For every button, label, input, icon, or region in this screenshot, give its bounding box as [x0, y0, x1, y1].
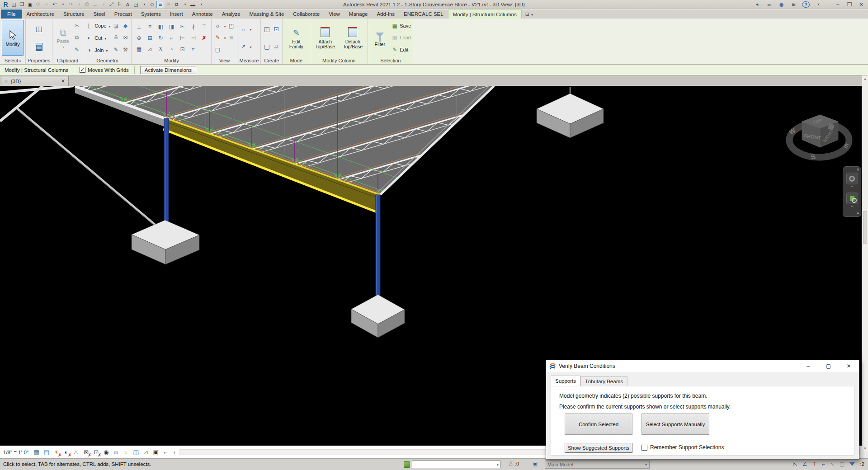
selected-column-1[interactable]: [164, 118, 169, 234]
beam-wall-joins-icon[interactable]: [112, 33, 120, 42]
ribbon-display-toggle[interactable]: [525, 9, 533, 19]
attach-top-base-button[interactable]: Attach Top/Base: [312, 20, 338, 56]
sync-with-central-icon[interactable]: [34, 1, 42, 8]
select-links-icon[interactable]: [793, 461, 797, 467]
remember-support-selections-checkbox[interactable]: [642, 445, 647, 451]
reveal-constraints-icon[interactable]: [162, 448, 170, 456]
customize-qat-icon[interactable]: [189, 1, 197, 8]
dimension-icon[interactable]: [239, 42, 247, 51]
displace-elements-icon[interactable]: [227, 22, 235, 30]
infocenter-collapse-icon[interactable]: [753, 1, 761, 8]
close-inactive-windows-icon[interactable]: [165, 1, 172, 8]
measure-dropdown[interactable]: [99, 1, 107, 8]
tab-supports[interactable]: Supports: [551, 376, 580, 386]
measure-between-points-icon[interactable]: [239, 25, 247, 33]
print-icon[interactable]: [83, 1, 91, 8]
help-dropdown[interactable]: [814, 1, 822, 8]
undo-icon[interactable]: [51, 1, 58, 8]
split-with-gap-icon[interactable]: [189, 23, 197, 31]
create-parts-icon[interactable]: [263, 25, 271, 33]
unpin-icon[interactable]: [156, 45, 165, 53]
pin-icon[interactable]: [200, 23, 208, 31]
tab-insert[interactable]: Insert: [165, 9, 188, 19]
linework-icon[interactable]: [227, 33, 235, 42]
temporary-view-properties-icon[interactable]: [132, 448, 140, 456]
cut-geometry-button[interactable]: Cut: [85, 34, 110, 42]
moves-with-grids-checkbox[interactable]: [80, 67, 85, 73]
worksets-icon[interactable]: [404, 461, 410, 468]
trim-extend-corner-icon[interactable]: [167, 34, 175, 42]
show-suggested-supports-button[interactable]: Show Suggested Supports: [565, 443, 632, 453]
match-type-properties-icon[interactable]: [73, 46, 81, 54]
create-group-icon[interactable]: [263, 42, 271, 51]
array-icon[interactable]: [135, 45, 143, 53]
redo-icon[interactable]: [67, 1, 75, 8]
rotate-icon[interactable]: [156, 34, 165, 42]
copy-to-clipboard-icon[interactable]: [73, 33, 81, 42]
create-similar-icon[interactable]: [272, 25, 280, 33]
open-icon[interactable]: [18, 1, 26, 8]
family-types-button[interactable]: [35, 43, 43, 51]
tab-collaborate[interactable]: Collaborate: [288, 9, 324, 19]
switch-windows-dropdown[interactable]: [181, 1, 189, 8]
customize-qat-dropdown[interactable]: [197, 1, 205, 8]
tab-modify-structural-columns[interactable]: Modify | Structural Columns: [448, 9, 522, 19]
join-geometry-button[interactable]: Join: [85, 46, 110, 54]
tab-view[interactable]: View: [324, 9, 344, 19]
copy-icon[interactable]: [146, 34, 154, 42]
help-icon[interactable]: [802, 1, 810, 8]
navbar-options-icon[interactable]: [857, 211, 859, 215]
apply-coping-icon[interactable]: [112, 22, 120, 30]
close-icon[interactable]: [856, 1, 866, 8]
thin-lines-icon[interactable]: [156, 1, 164, 8]
highlight-displacement-sets-icon[interactable]: [152, 448, 160, 456]
restore-icon[interactable]: [844, 1, 854, 8]
cope-button[interactable]: Cope: [85, 22, 110, 30]
show-crop-region-icon[interactable]: [92, 448, 100, 456]
close-view-tab-icon[interactable]: [61, 78, 65, 84]
tab-systems[interactable]: Systems: [137, 9, 165, 19]
collapse-view-control-bar-icon[interactable]: [174, 449, 175, 456]
tab-enercalc-sel[interactable]: ENERCALC SEL: [399, 9, 448, 19]
load-selection-button[interactable]: Load: [391, 34, 411, 41]
edit-family-button[interactable]: Edit Family: [284, 20, 308, 56]
zoom-button[interactable]: [846, 193, 858, 204]
edit-selection-button[interactable]: Edit: [391, 46, 411, 53]
view-tab-3d[interactable]: {3D}: [1, 76, 69, 86]
delete-icon[interactable]: [200, 34, 208, 42]
steering-wheel-button[interactable]: [846, 173, 858, 184]
app-store-icon[interactable]: [790, 1, 797, 8]
reveal-hidden-elements-icon[interactable]: [122, 448, 130, 456]
offset-icon[interactable]: [146, 23, 154, 31]
minimize-icon[interactable]: [833, 1, 843, 8]
tab-steel[interactable]: Steel: [89, 9, 110, 19]
crop-view-icon[interactable]: [82, 448, 90, 456]
select-elements-by-face-icon[interactable]: [822, 461, 825, 467]
detail-level-icon[interactable]: [33, 448, 40, 456]
solid-geometry-icon[interactable]: [121, 22, 129, 30]
tab-file[interactable]: File: [1, 9, 22, 19]
shadows-icon[interactable]: [62, 448, 70, 456]
tab-massing-site[interactable]: Massing & Site: [245, 9, 289, 19]
override-graphics-icon[interactable]: [213, 33, 222, 42]
activate-dimensions-button[interactable]: Activate Dimensions: [140, 66, 196, 74]
tab-precast[interactable]: Precast: [110, 9, 137, 19]
select-pinned-elements-icon[interactable]: [812, 461, 817, 467]
save-icon[interactable]: [26, 1, 34, 8]
tab-analyze[interactable]: Analyze: [217, 9, 245, 19]
worksets-control[interactable]: [404, 461, 500, 468]
select-supports-manually-button[interactable]: Select Supports Manually: [642, 414, 709, 435]
show-rendering-dialog-icon[interactable]: [72, 448, 80, 456]
temporary-hide-isolate-icon[interactable]: [112, 448, 120, 456]
modify-button[interactable]: Modify: [2, 20, 24, 56]
main-model-control[interactable]: Main Model: [545, 461, 650, 469]
selected-column-2[interactable]: [376, 195, 380, 308]
view-scale[interactable]: 1/8" = 1'-0": [3, 450, 28, 455]
move-icon[interactable]: [135, 34, 143, 42]
vertical-scrollbar-thumb[interactable]: [863, 211, 867, 244]
mirror-pick-axis-icon[interactable]: [156, 23, 165, 31]
exclude-options-icon[interactable]: [840, 461, 844, 467]
select-underlay-elements-icon[interactable]: [802, 461, 807, 467]
tab-tributary-beams[interactable]: Tributary Beams: [580, 376, 627, 386]
selection-filter-icon[interactable]: [849, 462, 855, 466]
